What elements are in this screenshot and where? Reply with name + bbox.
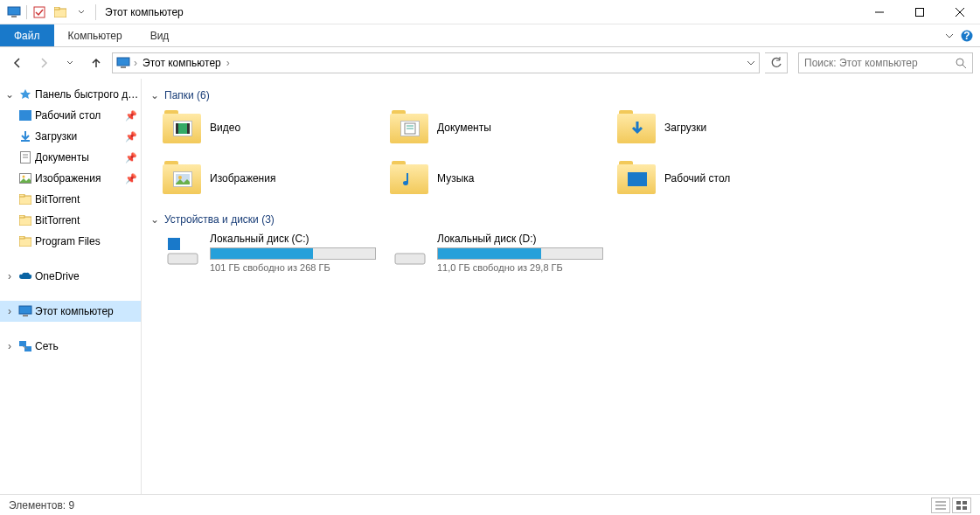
folder-music[interactable]: Музыка [390, 159, 608, 198]
chevron-right-icon[interactable]: › [3, 305, 16, 317]
help-icon[interactable]: ? [961, 30, 973, 42]
close-button[interactable] [940, 0, 980, 24]
chevron-down-icon[interactable]: ⌄ [150, 89, 159, 101]
chevron-down-icon[interactable]: ⌄ [3, 88, 16, 101]
svg-rect-4 [54, 7, 59, 10]
folder-videos[interactable]: Видео [163, 108, 381, 147]
svg-rect-25 [19, 215, 24, 218]
sidebar-item-documents[interactable]: Документы 📌 [0, 147, 141, 168]
chevron-right-icon[interactable]: › [3, 270, 16, 282]
nav-up-button[interactable] [86, 52, 107, 73]
sidebar-item-downloads[interactable]: Загрузки 📌 [0, 126, 141, 147]
new-folder-icon[interactable] [52, 3, 69, 21]
properties-icon[interactable] [31, 3, 48, 21]
drives-grid: Локальный диск (C:) 101 ГБ свободно из 2… [163, 233, 971, 273]
sidebar-item-label: Сеть [35, 340, 141, 352]
svg-rect-49 [963, 501, 967, 505]
nav-back-button[interactable] [7, 52, 28, 73]
svg-text:?: ? [963, 30, 970, 42]
folder-label: Видео [210, 122, 240, 134]
svg-point-40 [178, 176, 182, 179]
svg-rect-34 [176, 123, 178, 134]
sidebar-item-bittorrent[interactable]: BitTorrent [0, 210, 141, 231]
folder-icon [17, 191, 33, 207]
ribbon-expand-icon[interactable] [945, 31, 954, 40]
maximize-button[interactable] [900, 0, 940, 24]
folder-documents[interactable]: Документы [390, 108, 608, 147]
folder-icon [163, 110, 201, 145]
drive-icon [163, 233, 201, 268]
drive-c[interactable]: Локальный диск (C:) 101 ГБ свободно из 2… [163, 233, 381, 273]
qat-dropdown-icon[interactable] [73, 3, 90, 21]
sidebar-item-label: OneDrive [35, 270, 141, 282]
downloads-icon [17, 129, 33, 144]
svg-rect-2 [34, 7, 45, 17]
content-area: ⌄ Папки (6) Видео Документы Загрузки Изо… [142, 79, 980, 494]
svg-rect-29 [23, 315, 28, 317]
svg-rect-35 [187, 123, 190, 134]
nav-recent-dropdown[interactable] [59, 52, 80, 73]
file-tab[interactable]: Файл [0, 24, 54, 46]
sidebar-item-desktop[interactable]: Рабочий стол 📌 [0, 105, 141, 126]
sidebar-item-bittorrent[interactable]: BitTorrent [0, 189, 141, 210]
drive-icon [390, 233, 428, 268]
group-header-drives[interactable]: ⌄ Устройства и диски (3) [150, 213, 971, 226]
svg-rect-0 [8, 7, 20, 15]
svg-rect-1 [11, 16, 17, 17]
ribbon-tabs: Файл Компьютер Вид ? [0, 24, 980, 47]
sidebar-this-pc[interactable]: › Этот компьютер [0, 301, 141, 322]
drive-free-text: 11,0 ГБ свободно из 29,8 ГБ [437, 262, 608, 273]
folder-icon [163, 161, 201, 196]
sidebar-quick-access[interactable]: ⌄ Панель быстрого доступа [0, 84, 141, 105]
this-pc-icon [17, 303, 33, 319]
sidebar-onedrive[interactable]: › OneDrive [0, 266, 141, 287]
minimize-button[interactable] [859, 0, 900, 24]
drive-name: Локальный диск (D:) [437, 233, 608, 245]
svg-rect-41 [628, 172, 647, 186]
sidebar-network[interactable]: › Сеть [0, 336, 141, 357]
breadcrumb-root[interactable]: Этот компьютер [141, 57, 223, 69]
folder-icon [17, 212, 33, 228]
chevron-down-icon[interactable]: ⌄ [150, 213, 159, 226]
folder-pictures[interactable]: Изображения [163, 159, 381, 198]
tab-computer[interactable]: Компьютер [54, 24, 136, 46]
folder-label: Музыка [437, 172, 474, 184]
folder-label: Изображения [210, 172, 275, 184]
address-dropdown-icon[interactable] [747, 59, 755, 67]
svg-rect-44 [395, 254, 425, 264]
svg-line-14 [963, 65, 966, 68]
refresh-button[interactable] [765, 52, 788, 73]
svg-point-13 [956, 59, 963, 66]
tab-view[interactable]: Вид [136, 24, 184, 46]
sidebar-item-label: BitTorrent [35, 193, 141, 205]
view-details-button[interactable] [931, 498, 950, 513]
group-title: Устройства и диски (3) [164, 213, 275, 226]
folder-icon [390, 110, 428, 145]
pin-icon: 📌 [125, 110, 137, 122]
svg-rect-43 [168, 254, 198, 264]
pin-icon: 📌 [125, 131, 137, 143]
folder-icon [617, 110, 656, 145]
address-bar[interactable]: › Этот компьютер › [112, 52, 760, 73]
sidebar-item-pictures[interactable]: Изображения 📌 [0, 168, 141, 189]
this-pc-icon [5, 3, 23, 21]
pin-icon: 📌 [125, 173, 137, 184]
sidebar-item-label: Загрузки [35, 130, 123, 143]
sidebar-item-program-files[interactable]: Program Files [0, 231, 141, 252]
sidebar-item-label: Этот компьютер [35, 305, 141, 317]
nav-forward-button[interactable] [33, 52, 54, 73]
folder-label: Документы [437, 122, 491, 134]
folder-desktop[interactable]: Рабочий стол [617, 159, 836, 198]
chevron-right-icon[interactable]: › [3, 340, 16, 352]
folder-downloads[interactable]: Загрузки [617, 108, 836, 147]
folder-icon [617, 161, 656, 196]
group-header-folders[interactable]: ⌄ Папки (6) [150, 89, 971, 101]
search-input[interactable] [804, 57, 956, 69]
drive-usage-bar [210, 247, 376, 260]
view-large-icons-button[interactable] [952, 498, 971, 513]
search-box[interactable] [798, 52, 973, 73]
window-title: Этот компьютер [105, 6, 184, 18]
drive-d[interactable]: Локальный диск (D:) 11,0 ГБ свободно из … [390, 233, 608, 273]
drive-name: Локальный диск (C:) [210, 233, 381, 245]
search-icon[interactable] [956, 58, 967, 69]
